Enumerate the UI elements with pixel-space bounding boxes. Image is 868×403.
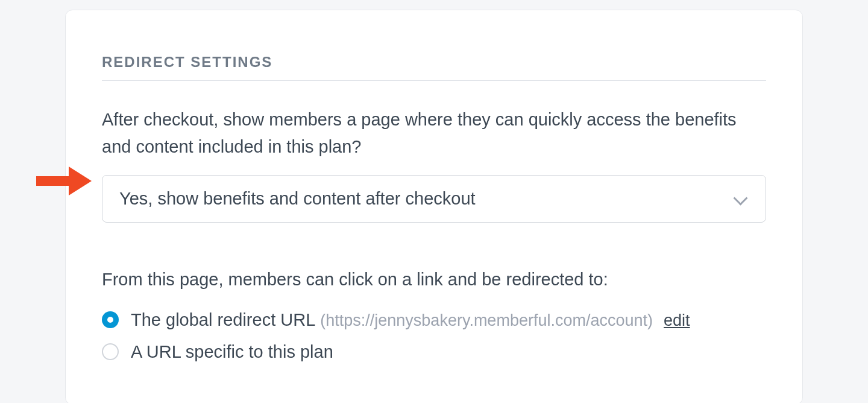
edit-link[interactable]: edit [664,311,690,330]
dropdown-selected-text: Yes, show benefits and content after che… [119,189,476,209]
redirect-settings-card: REDIRECT SETTINGS After checkout, show m… [65,10,803,403]
radio-selected-icon [102,311,119,328]
show-benefits-dropdown[interactable]: Yes, show benefits and content after che… [102,175,766,223]
checkout-description: After checkout, show members a page wher… [102,106,766,160]
section-heading: REDIRECT SETTINGS [102,54,766,81]
radio-label: The global redirect URL (https://jennysb… [131,310,690,330]
redirect-description: From this page, members can click on a l… [102,266,766,293]
arrow-annotation-icon [34,163,93,199]
radio-label-text: A URL specific to this plan [131,342,333,362]
chevron-down-icon [733,191,749,206]
radio-option-specific[interactable]: A URL specific to this plan [102,342,766,362]
global-url-text: (https://jennysbakery.memberful.com/acco… [320,311,653,330]
radio-label: A URL specific to this plan [131,342,333,362]
radio-unselected-icon [102,343,119,360]
radio-label-text: The global redirect URL [131,310,315,330]
radio-option-global[interactable]: The global redirect URL (https://jennysb… [102,310,766,330]
